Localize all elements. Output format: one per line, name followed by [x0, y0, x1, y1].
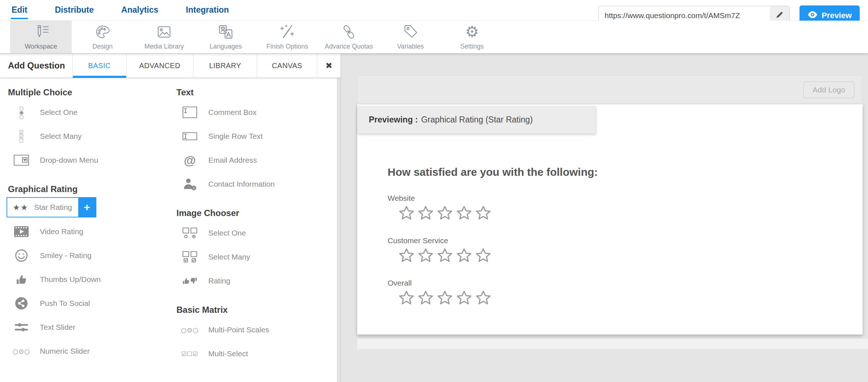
star-icon[interactable]: [475, 248, 491, 263]
variables-icon: [402, 24, 419, 40]
image-select-one-icon: [180, 227, 200, 239]
star-icon[interactable]: [418, 205, 434, 221]
single-row-text-icon: [180, 132, 200, 141]
section-title-graphical-rating: Graphical Rating: [8, 184, 170, 194]
nav-links: EditDistributeAnalyticsIntegration: [11, 1, 230, 19]
toolbar-item-media-library[interactable]: Media Library: [133, 21, 195, 53]
question-type-select-many[interactable]: ☑☑☐ Select Many: [8, 124, 170, 148]
section-title-text: Text: [176, 87, 337, 97]
multi-select-icon: ☑☐☑: [180, 350, 200, 357]
thumbs-up-down-icon: [12, 274, 31, 285]
question-type-multi-point-scales[interactable]: ○⊙○ Multi-Point Scales: [176, 318, 337, 342]
rating-row-overall: Overall: [388, 279, 848, 306]
nav-tab-analytics[interactable]: Analytics: [121, 1, 159, 19]
star-rating-icon: ★★: [12, 203, 29, 212]
previewing-badge: Previewing : Graphical Rating (Star Rati…: [357, 106, 595, 133]
toolbar-item-workspace[interactable]: Workspace: [10, 21, 72, 53]
numeric-slider-icon: ○⊙○: [12, 348, 31, 355]
tab-library[interactable]: LIBRARY: [193, 54, 257, 78]
add-logo-button[interactable]: Add Logo: [804, 82, 854, 98]
question-type-email-address[interactable]: @ Email Address: [176, 148, 337, 172]
star-icon[interactable]: [456, 205, 472, 221]
question-type-video-rating[interactable]: Video Rating: [8, 220, 170, 244]
toolbar-item-advance-quotas[interactable]: Advance Quotas: [318, 21, 380, 53]
eye-icon: [808, 11, 818, 20]
question-type-select-one[interactable]: ○◉○ Select One: [8, 100, 170, 124]
workspace-icon: [33, 24, 49, 40]
push-to-social-icon: [12, 296, 31, 310]
panel-title: Add Question: [0, 54, 72, 78]
rating-row-website: Website: [388, 194, 848, 221]
question-title: How satisfied are you with the following…: [388, 166, 848, 178]
question-type-numeric-slider[interactable]: ○⊙○ Numeric Slider: [8, 339, 170, 363]
select-many-icon: ☑☑☐: [12, 130, 31, 143]
question-type-contact-information[interactable]: i Contact Information: [176, 172, 337, 196]
smiley-rating-icon: [12, 249, 31, 262]
rating-row-label: Customer Service: [388, 236, 848, 245]
rating-row-label: Website: [388, 194, 848, 203]
toolbar-item-settings[interactable]: ⚙ Settings: [441, 21, 503, 53]
add-question-plus-button[interactable]: +: [78, 198, 96, 217]
design-icon: [94, 24, 111, 40]
survey-card-body: Previewing : Graphical Rating (Star Rati…: [357, 104, 863, 335]
media-library-icon: [156, 24, 172, 40]
star-icon[interactable]: [456, 248, 472, 263]
star-icon[interactable]: [418, 290, 434, 306]
settings-icon: ⚙: [465, 24, 479, 40]
advance-quotas-icon: [341, 24, 357, 40]
question-type-single-row-text[interactable]: Single Row Text: [176, 124, 337, 148]
tab-basic[interactable]: BASIC: [72, 54, 126, 78]
image-rating-icon: [180, 274, 200, 287]
question-type-multi-select[interactable]: ☑☐☑ Multi-Select: [176, 342, 337, 366]
star-icon[interactable]: [456, 290, 472, 306]
add-question-panel: Add Question BASICADVANCEDLIBRARYCANVAS …: [0, 54, 341, 382]
tab-advanced[interactable]: ADVANCED: [126, 54, 193, 78]
question-type-push-to-social[interactable]: Push To Social: [8, 291, 170, 315]
rating-row-label: Overall: [388, 279, 848, 287]
survey-preview-pane: Add Logo Previewing : Graphical Rating (…: [341, 54, 868, 382]
question-type-comment-box[interactable]: Comment Box: [176, 100, 337, 124]
multi-point-scales-icon: ○⊙○: [180, 326, 200, 334]
panel-tab-bar: Add Question BASICADVANCEDLIBRARYCANVAS …: [0, 54, 341, 78]
star-icon[interactable]: [437, 248, 453, 263]
video-rating-icon: [12, 226, 31, 237]
close-panel-button[interactable]: ✖: [317, 54, 341, 78]
section-title-basic-matrix: Basic Matrix: [176, 305, 337, 315]
star-icon[interactable]: [475, 205, 491, 221]
star-icon[interactable]: [418, 248, 434, 263]
question-type-rating[interactable]: Rating: [176, 269, 337, 293]
star-icon[interactable]: [437, 205, 453, 221]
star-icon[interactable]: [475, 290, 491, 306]
nav-tab-edit[interactable]: Edit: [11, 1, 28, 19]
question-type-star-rating-selected[interactable]: ★★ Star Rating +: [7, 197, 96, 217]
question-type-select-one[interactable]: Select One: [176, 221, 337, 245]
section-title-image-chooser: Image Chooser: [176, 208, 337, 218]
question-type-smiley-rating[interactable]: Smiley - Rating: [8, 244, 170, 267]
toolbar-item-languages[interactable]: Languages: [195, 21, 256, 53]
question-type-thumbs-up-down[interactable]: Thumbs Up/Down: [8, 267, 170, 291]
pencil-icon: [776, 11, 784, 20]
survey-card: Add Logo Previewing : Graphical Rating (…: [357, 75, 863, 335]
question-type-list: Multiple Choice○◉○ Select One☑☑☐ Select …: [0, 78, 337, 382]
dropdown-menu-icon: [12, 154, 31, 166]
languages-icon: [217, 24, 234, 40]
email-address-icon: @: [180, 154, 200, 166]
toolbar-item-finish-options[interactable]: Finish Options: [256, 21, 318, 53]
tab-canvas[interactable]: CANVAS: [257, 54, 317, 78]
question-type-drop-down-menu[interactable]: Drop-down Menu: [8, 148, 170, 172]
survey-card-header: Add Logo: [357, 75, 863, 104]
survey-url-input[interactable]: [599, 11, 770, 20]
question-type-text-slider[interactable]: Text Slider: [8, 315, 170, 339]
star-icon[interactable]: [398, 290, 414, 306]
star-icon[interactable]: [398, 248, 414, 263]
nav-tab-integration[interactable]: Integration: [185, 1, 230, 19]
section-title-multiple-choice: Multiple Choice: [8, 87, 170, 97]
star-icon[interactable]: [398, 205, 414, 221]
question-type-select-many[interactable]: Select Many: [176, 245, 337, 269]
toolbar-item-variables[interactable]: Variables: [380, 21, 441, 53]
select-one-icon: ○◉○: [12, 106, 31, 119]
toolbar-item-design[interactable]: Design: [72, 21, 133, 53]
nav-tab-distribute[interactable]: Distribute: [54, 1, 94, 19]
text-slider-icon: [12, 322, 31, 333]
star-icon[interactable]: [437, 290, 453, 306]
